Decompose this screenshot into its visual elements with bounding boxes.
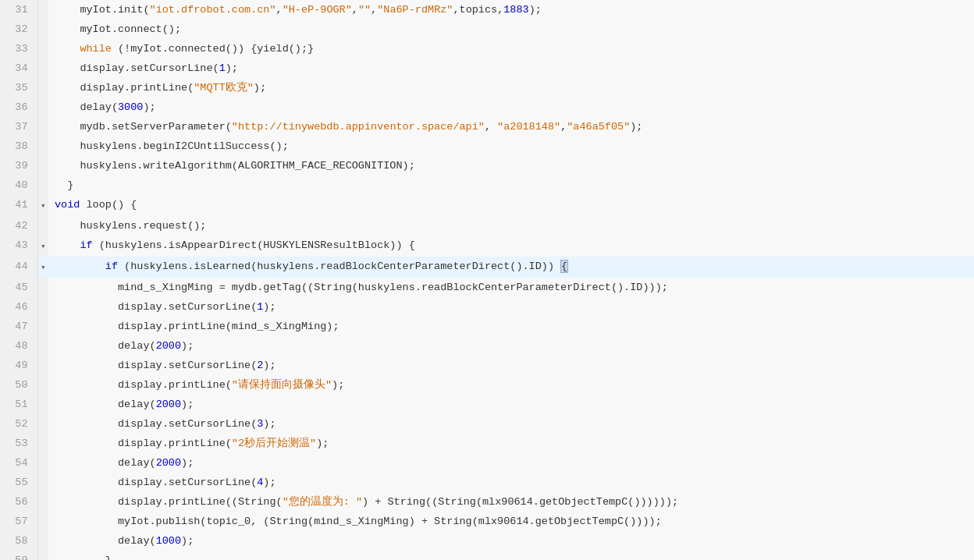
table-row: 49 display.setCursorLine(2); [0, 356, 974, 375]
line-arrow [37, 473, 48, 492]
line-content: } [48, 551, 974, 560]
line-number: 45 [0, 278, 37, 297]
line-content: mind_s_XingMing = mydb.getTag((String(hu… [48, 278, 974, 297]
line-arrow [37, 531, 48, 551]
line-content: display.setCursorLine(1); [48, 58, 974, 78]
table-row: 55 display.setCursorLine(4); [0, 473, 974, 492]
line-arrow [37, 356, 48, 375]
line-number: 57 [0, 512, 37, 531]
line-content: if (huskylens.isAppearDirect(HUSKYLENSRe… [48, 236, 974, 257]
table-row: 31 myIot.init("iot.dfrobot.com.cn","H-eP… [0, 0, 974, 19]
line-number: 39 [0, 156, 37, 175]
line-number: 55 [0, 473, 37, 492]
line-number: 36 [0, 97, 37, 117]
table-row: 43 ▾ if (huskylens.isAppearDirect(HUSKYL… [0, 236, 974, 257]
table-row: 38 huskylens.beginI2CUntilSuccess(); [0, 136, 974, 156]
line-arrow [37, 0, 48, 19]
line-content: huskylens.beginI2CUntilSuccess(); [48, 136, 974, 156]
code-editor: 31 myIot.init("iot.dfrobot.com.cn","H-eP… [0, 0, 974, 560]
line-content: } [48, 175, 974, 195]
line-content: display.printLine("MQTT欧克"); [48, 78, 974, 97]
line-content: display.printLine("请保持面向摄像头"); [48, 375, 974, 395]
table-row: 56 display.printLine((String("您的温度为: ") … [0, 492, 974, 512]
line-content: huskylens.request(); [48, 216, 974, 236]
table-row: 32 myIot.connect(); [0, 19, 974, 39]
line-arrow [37, 414, 48, 434]
table-row: 42 huskylens.request(); [0, 216, 974, 236]
table-row: 34 display.setCursorLine(1); [0, 58, 974, 78]
line-number: 46 [0, 297, 37, 317]
line-content: delay(2000); [48, 453, 974, 473]
line-number: 50 [0, 375, 37, 395]
table-row: 41 ▾ void loop() { [0, 195, 974, 216]
line-number: 51 [0, 395, 37, 414]
table-row: 52 display.setCursorLine(3); [0, 414, 974, 434]
line-content: display.printLine(mind_s_XingMing); [48, 317, 974, 336]
line-content: display.setCursorLine(4); [48, 473, 974, 492]
table-row: 37 mydb.setServerParameter("http://tinyw… [0, 117, 974, 136]
line-content: myIot.connect(); [48, 19, 974, 39]
line-content: display.setCursorLine(1); [48, 297, 974, 317]
line-content: delay(2000); [48, 336, 974, 356]
line-number: 59 [0, 551, 37, 560]
line-arrow [37, 512, 48, 531]
line-arrow: ▾ [37, 257, 48, 278]
line-number: 56 [0, 492, 37, 512]
line-content: myIot.init("iot.dfrobot.com.cn","H-eP-9O… [48, 0, 974, 19]
table-row: 47 display.printLine(mind_s_XingMing); [0, 317, 974, 336]
line-arrow: ▾ [37, 195, 48, 216]
line-arrow [37, 175, 48, 195]
table-row: 50 display.printLine("请保持面向摄像头"); [0, 375, 974, 395]
line-number: 58 [0, 531, 37, 551]
table-row: 33 while (!myIot.connected()) {yield();} [0, 39, 974, 58]
line-number: 33 [0, 39, 37, 58]
line-arrow [37, 278, 48, 297]
line-content: display.setCursorLine(2); [48, 356, 974, 375]
line-number: 42 [0, 216, 37, 236]
line-content: display.printLine("2秒后开始测温"); [48, 434, 974, 453]
line-number: 43 [0, 236, 37, 257]
table-row: 59 } [0, 551, 974, 560]
code-table: 31 myIot.init("iot.dfrobot.com.cn","H-eP… [0, 0, 974, 560]
line-arrow [37, 97, 48, 117]
line-arrow [37, 492, 48, 512]
line-content: mydb.setServerParameter("http://tinywebd… [48, 117, 974, 136]
table-row: 39 huskylens.writeAlgorithm(ALGORITHM_FA… [0, 156, 974, 175]
table-row: 46 display.setCursorLine(1); [0, 297, 974, 317]
line-arrow [37, 434, 48, 453]
table-row: 40 } [0, 175, 974, 195]
line-arrow [37, 395, 48, 414]
line-number: 35 [0, 78, 37, 97]
line-number: 53 [0, 434, 37, 453]
line-number: 41 [0, 195, 37, 216]
line-number: 49 [0, 356, 37, 375]
line-arrow [37, 136, 48, 156]
line-number: 38 [0, 136, 37, 156]
table-row: 44 ▾ if (huskylens.isLearned(huskylens.r… [0, 257, 974, 278]
line-arrow [37, 19, 48, 39]
line-number: 32 [0, 19, 37, 39]
line-arrow [37, 117, 48, 136]
line-arrow [37, 336, 48, 356]
line-arrow [37, 39, 48, 58]
table-row: 57 myIot.publish(topic_0, (String(mind_s… [0, 512, 974, 531]
line-content: delay(2000); [48, 395, 974, 414]
line-number: 31 [0, 0, 37, 19]
table-row: 53 display.printLine("2秒后开始测温"); [0, 434, 974, 453]
line-number: 47 [0, 317, 37, 336]
line-number: 40 [0, 175, 37, 195]
line-number: 54 [0, 453, 37, 473]
line-arrow [37, 216, 48, 236]
table-row: 48 delay(2000); [0, 336, 974, 356]
table-row: 45 mind_s_XingMing = mydb.getTag((String… [0, 278, 974, 297]
table-row: 36 delay(3000); [0, 97, 974, 117]
line-number: 44 [0, 257, 37, 278]
line-number: 48 [0, 336, 37, 356]
table-row: 54 delay(2000); [0, 453, 974, 473]
table-row: 35 display.printLine("MQTT欧克"); [0, 78, 974, 97]
line-content: delay(3000); [48, 97, 974, 117]
line-content: myIot.publish(topic_0, (String(mind_s_Xi… [48, 512, 974, 531]
line-content: display.setCursorLine(3); [48, 414, 974, 434]
line-number: 34 [0, 58, 37, 78]
line-content: delay(1000); [48, 531, 974, 551]
